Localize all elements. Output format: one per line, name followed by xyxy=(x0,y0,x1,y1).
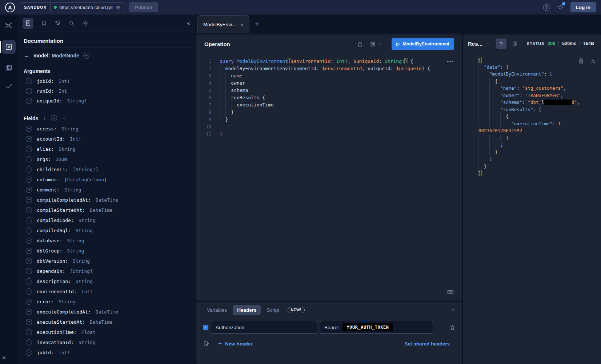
field-type[interactable]: String xyxy=(76,279,93,284)
sort-fields-icon[interactable]: ↓ xyxy=(43,116,46,121)
announcements-icon[interactable] xyxy=(557,4,564,11)
field-type[interactable]: [CatalogColumn] xyxy=(64,177,107,182)
add-field-icon[interactable]: + xyxy=(26,278,32,284)
add-field-icon[interactable]: + xyxy=(26,156,32,162)
endpoint-url-zone[interactable]: https://metadata.cloud.get ⚙ xyxy=(51,3,124,12)
add-field-icon[interactable]: + xyxy=(26,177,32,183)
new-tab-icon[interactable]: + xyxy=(255,20,259,28)
operation-tab[interactable]: ModelByEnvi... × xyxy=(197,15,249,33)
add-field-icon[interactable]: + xyxy=(26,339,32,345)
login-button[interactable]: Log in xyxy=(570,2,596,12)
field-type[interactable]: Int! xyxy=(59,350,70,355)
help-icon[interactable]: ? xyxy=(543,4,550,11)
share-operation-icon[interactable] xyxy=(357,41,363,47)
auth-token-value[interactable]: YOUR_AUTH_TOKEN xyxy=(342,323,393,331)
add-field-icon[interactable]: + xyxy=(26,299,32,305)
delete-header-icon[interactable] xyxy=(449,324,456,331)
field-type[interactable]: Int! xyxy=(81,289,93,294)
field-type[interactable]: String xyxy=(67,238,84,243)
add-field-icon[interactable]: + xyxy=(26,349,32,356)
field-type[interactable]: Int xyxy=(59,88,67,94)
save-operation-combo[interactable] xyxy=(370,41,381,47)
response-dropdown-icon[interactable] xyxy=(486,41,490,46)
field-name[interactable]: database: xyxy=(37,238,62,243)
add-field-icon[interactable]: + xyxy=(26,136,32,142)
field-type[interactable]: String xyxy=(59,299,76,304)
field-name[interactable]: alias: xyxy=(37,146,54,152)
fields-dropdown-icon[interactable] xyxy=(62,116,66,120)
field-type[interactable]: String xyxy=(61,126,79,132)
field-name[interactable]: invocationId: xyxy=(37,340,74,345)
close-tab-icon[interactable]: × xyxy=(240,21,244,28)
add-field-icon[interactable]: + xyxy=(26,207,32,213)
add-field-icon[interactable]: + xyxy=(26,329,32,335)
checks-nav-icon[interactable] xyxy=(5,82,13,90)
expand-rail-icon[interactable]: » xyxy=(2,354,5,361)
add-field-icon[interactable]: + xyxy=(26,88,32,94)
field-type[interactable]: Int! xyxy=(59,78,70,84)
field-name[interactable]: jobId: xyxy=(37,78,54,84)
explorer-nav-icon[interactable] xyxy=(2,40,16,54)
add-field-icon[interactable]: + xyxy=(26,309,32,315)
field-type[interactable]: String xyxy=(79,340,96,345)
field-type[interactable]: String xyxy=(67,248,84,254)
publish-button[interactable]: Publish xyxy=(129,2,158,12)
field-type[interactable]: Float xyxy=(81,329,96,335)
response-body[interactable]: {"data": {"modelByEnvironment": [{"name"… xyxy=(463,53,601,364)
field-type[interactable]: String! xyxy=(67,98,87,104)
add-field-icon[interactable]: + xyxy=(26,227,32,234)
field-name[interactable]: executionTime: xyxy=(37,329,77,335)
field-name[interactable]: accountId: xyxy=(37,136,65,142)
field-type[interactable]: String xyxy=(64,187,81,193)
add-field-icon[interactable]: + xyxy=(26,146,32,152)
field-type[interactable]: String xyxy=(73,258,90,264)
add-field-icon[interactable]: + xyxy=(26,319,32,325)
history-icon[interactable] xyxy=(55,20,61,27)
bookmarks-icon[interactable] xyxy=(41,20,47,27)
set-shared-headers-link[interactable]: Set shared headers xyxy=(404,341,450,347)
new-header-button[interactable]: + New header xyxy=(218,340,253,347)
add-field-icon[interactable]: + xyxy=(26,258,32,264)
query-code[interactable]: query ModelByEnvironment($environmentId:… xyxy=(220,58,430,301)
field-name[interactable]: error: xyxy=(37,299,54,304)
field-name[interactable]: compiledCode: xyxy=(37,218,74,223)
field-type[interactable]: [String] xyxy=(70,268,93,274)
add-field-icon[interactable]: + xyxy=(26,238,32,244)
add-field-icon[interactable]: + xyxy=(26,166,32,173)
field-type[interactable]: Int! xyxy=(70,136,81,142)
add-field-icon[interactable]: + xyxy=(26,126,32,132)
apollo-logo-icon[interactable]: A xyxy=(5,3,15,12)
documentation-tab-icon[interactable] xyxy=(23,18,33,29)
field-name[interactable]: description: xyxy=(37,279,71,284)
breadcrumb-type-name[interactable]: ModelNode xyxy=(52,53,79,58)
copy-response-icon[interactable] xyxy=(578,58,584,64)
field-name[interactable]: executeStartedAt: xyxy=(37,319,85,325)
field-name[interactable]: dbtVersion: xyxy=(37,258,68,264)
query-editor[interactable]: 1234567891011 query ModelByEnvironment($… xyxy=(196,53,462,301)
field-type[interactable]: String xyxy=(59,146,76,152)
field-name[interactable]: comment: xyxy=(37,187,60,193)
field-type[interactable]: JSON xyxy=(56,157,67,162)
field-name[interactable]: compiledSql: xyxy=(37,228,71,233)
explorer-settings-icon[interactable] xyxy=(82,20,89,27)
field-name[interactable]: runId: xyxy=(37,88,54,94)
add-field-icon[interactable]: + xyxy=(26,98,32,104)
field-name[interactable]: dependsOn: xyxy=(37,268,65,274)
header-value-field[interactable]: Bearer YOUR_AUTH_TOKEN xyxy=(320,321,433,334)
endpoint-url-input[interactable]: https://metadata.cloud.get xyxy=(59,5,113,10)
field-type[interactable]: [String!] xyxy=(73,167,98,172)
field-type[interactable]: String xyxy=(76,228,93,233)
collapse-dock-icon[interactable] xyxy=(450,308,456,313)
add-field-icon[interactable]: + xyxy=(26,268,32,274)
schema-graph-icon[interactable] xyxy=(5,22,13,30)
add-field-icon[interactable]: + xyxy=(26,217,32,223)
field-name[interactable]: executeCompletedAt: xyxy=(37,309,91,315)
field-name[interactable]: compileStartedAt: xyxy=(37,207,85,213)
collections-nav-icon[interactable] xyxy=(5,64,13,72)
download-response-icon[interactable] xyxy=(590,58,596,64)
keyboard-shortcuts-icon[interactable] xyxy=(447,288,454,296)
field-type[interactable]: String xyxy=(79,218,96,223)
field-name[interactable]: compileCompletedAt: xyxy=(37,197,91,203)
table-view-button[interactable] xyxy=(510,39,520,49)
collapse-docs-icon[interactable]: « xyxy=(187,20,190,27)
